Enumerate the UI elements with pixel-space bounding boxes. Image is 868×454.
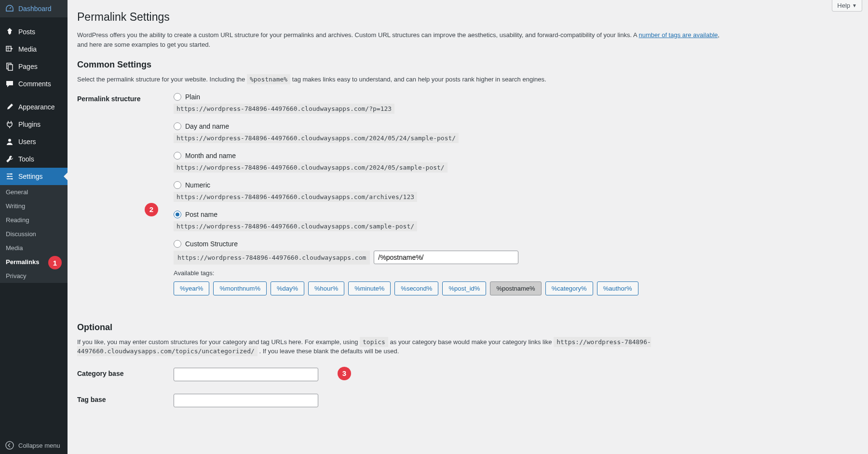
tag-base-label: Tag base xyxy=(77,394,174,403)
custom-base-url: https://wordpress-784896-4497660.cloudwa… xyxy=(174,251,370,265)
tag-button-minute[interactable]: %minute% xyxy=(348,281,391,295)
submenu-item-media[interactable]: Media xyxy=(0,241,68,255)
option-label[interactable]: Plain xyxy=(185,93,200,101)
wrench-icon xyxy=(5,154,14,164)
common-settings-desc: Select the permalink structure for your … xyxy=(77,75,723,84)
admin-sidebar: DashboardPostsMediaPagesCommentsAppearan… xyxy=(0,0,68,454)
svg-point-6 xyxy=(12,178,13,180)
help-label: Help xyxy=(837,2,850,9)
dashboard-icon xyxy=(5,4,14,13)
sidebar-item-users[interactable]: Users xyxy=(0,133,68,150)
submenu-item-general[interactable]: General xyxy=(0,185,68,199)
option-label[interactable]: Post name xyxy=(185,211,217,218)
tag-button-author[interactable]: %author% xyxy=(597,281,638,295)
option-label[interactable]: Numeric xyxy=(185,181,210,189)
option-url-sample: https://wordpress-784896-4497660.cloudwa… xyxy=(174,221,417,231)
permalink-option-post-name: Post namehttps://wordpress-784896-449766… xyxy=(174,211,858,231)
brush-icon xyxy=(5,102,14,112)
svg-point-5 xyxy=(8,176,9,177)
svg-rect-0 xyxy=(6,46,11,51)
submenu-item-reading[interactable]: Reading xyxy=(0,213,68,227)
option-label[interactable]: Custom Structure xyxy=(185,240,238,248)
tag-button-year[interactable]: %year% xyxy=(174,281,209,295)
tag-button-second[interactable]: %second% xyxy=(394,281,438,295)
option-url-sample: https://wordpress-784896-4497660.cloudwa… xyxy=(174,162,448,173)
annotation-badge-2: 2 xyxy=(145,203,158,216)
svg-rect-2 xyxy=(8,65,13,70)
option-label[interactable]: Day and name xyxy=(185,122,229,130)
sidebar-item-label: Tools xyxy=(18,155,34,163)
tag-base-input[interactable] xyxy=(174,394,318,407)
available-tags-label: Available tags: xyxy=(174,269,858,277)
sidebar-item-appearance[interactable]: Appearance xyxy=(0,98,68,116)
sidebar-item-label: Appearance xyxy=(18,103,55,111)
tag-button-day[interactable]: %day% xyxy=(271,281,304,295)
sidebar-item-settings[interactable]: Settings xyxy=(0,168,68,185)
option-url-sample: https://wordpress-784896-4497660.cloudwa… xyxy=(174,192,417,202)
permalink-structure-label: Permalink structure xyxy=(77,93,174,103)
sidebar-item-label: Plugins xyxy=(18,120,41,128)
sidebar-item-label: Settings xyxy=(18,173,43,180)
option-label[interactable]: Month and name xyxy=(185,152,236,160)
radio-3[interactable] xyxy=(174,181,181,189)
collapse-icon xyxy=(5,441,14,450)
collapse-menu-button[interactable]: Collapse menu xyxy=(0,437,68,454)
help-tab[interactable]: Help ▼ xyxy=(832,0,862,12)
svg-point-7 xyxy=(6,441,14,449)
radio-2[interactable] xyxy=(174,152,181,160)
annotation-badge-1: 1 xyxy=(48,256,62,269)
permalink-option-month-and-name: Month and namehttps://wordpress-784896-4… xyxy=(174,152,858,173)
option-url-sample: https://wordpress-784896-4497660.cloudwa… xyxy=(174,133,459,143)
radio-0[interactable] xyxy=(174,93,181,101)
sidebar-item-media[interactable]: Media xyxy=(0,40,68,58)
common-settings-heading: Common Settings xyxy=(77,60,858,70)
sidebar-item-comments[interactable]: Comments xyxy=(0,75,68,93)
submenu-item-discussion[interactable]: Discussion xyxy=(0,227,68,241)
permalink-option-plain: Plainhttps://wordpress-784896-4497660.cl… xyxy=(174,93,858,114)
collapse-menu-label: Collapse menu xyxy=(18,442,60,449)
category-base-label: Category base xyxy=(77,368,174,377)
plug-icon xyxy=(5,120,14,129)
page-icon xyxy=(5,62,14,71)
sidebar-item-dashboard[interactable]: Dashboard xyxy=(0,0,68,17)
svg-point-3 xyxy=(8,139,11,142)
sidebar-item-label: Pages xyxy=(18,63,38,70)
radio-1[interactable] xyxy=(174,122,181,130)
tag-button-postname[interactable]: %postname% xyxy=(490,281,541,295)
settings-submenu: GeneralWritingReadingDiscussionMediaPerm… xyxy=(0,185,68,283)
sidebar-item-pages[interactable]: Pages xyxy=(0,58,68,75)
settings-icon xyxy=(5,172,14,181)
tag-button-post_id[interactable]: %post_id% xyxy=(442,281,486,295)
radio-5[interactable] xyxy=(174,240,181,248)
svg-point-4 xyxy=(11,174,12,175)
intro-text: WordPress offers you the ability to crea… xyxy=(77,30,723,49)
category-base-input[interactable] xyxy=(174,368,318,381)
sidebar-item-label: Dashboard xyxy=(18,5,52,13)
submenu-item-privacy[interactable]: Privacy xyxy=(0,269,68,283)
permalink-option-day-and-name: Day and namehttps://wordpress-784896-449… xyxy=(174,122,858,143)
comment-icon xyxy=(5,79,14,89)
submenu-item-writing[interactable]: Writing xyxy=(0,199,68,213)
sidebar-item-plugins[interactable]: Plugins xyxy=(0,116,68,133)
sidebar-item-label: Comments xyxy=(18,80,51,88)
tags-available-link[interactable]: number of tags are available xyxy=(638,31,718,39)
permalink-option-custom-structure: Custom Structurehttps://wordpress-784896… xyxy=(174,240,858,295)
media-icon xyxy=(5,44,14,54)
sidebar-item-label: Posts xyxy=(18,28,35,36)
tag-button-hour[interactable]: %hour% xyxy=(308,281,344,295)
optional-desc: If you like, you may enter custom struct… xyxy=(77,337,723,356)
custom-structure-input[interactable] xyxy=(374,251,518,264)
annotation-badge-3: 3 xyxy=(338,367,351,380)
chevron-down-icon: ▼ xyxy=(852,3,857,8)
tag-button-monthnum[interactable]: %monthnum% xyxy=(213,281,267,295)
user-icon xyxy=(5,137,14,147)
submenu-item-permalinks[interactable]: Permalinks1 xyxy=(0,255,68,269)
sidebar-item-posts[interactable]: Posts xyxy=(0,23,68,40)
sidebar-item-label: Users xyxy=(18,138,36,146)
radio-4[interactable] xyxy=(174,211,181,218)
page-title: Permalink Settings xyxy=(77,11,858,24)
sidebar-item-label: Media xyxy=(18,45,37,53)
tag-button-category[interactable]: %category% xyxy=(545,281,593,295)
sidebar-item-tools[interactable]: Tools xyxy=(0,150,68,168)
main-content: Help ▼ Permalink Settings WordPress offe… xyxy=(68,0,868,454)
